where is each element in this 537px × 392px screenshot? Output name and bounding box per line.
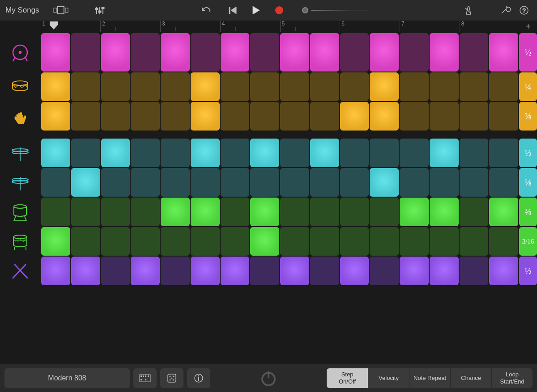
fraction-label[interactable]: ⅜ — [519, 102, 537, 131]
step-cell[interactable] — [400, 227, 429, 256]
settings-button[interactable] — [498, 4, 513, 17]
step-cell[interactable] — [41, 227, 70, 256]
step-cell[interactable] — [310, 257, 339, 285]
step-cell[interactable] — [460, 102, 489, 131]
step-cell[interactable] — [191, 72, 220, 101]
step-cell[interactable] — [221, 102, 250, 131]
step-cell[interactable] — [161, 72, 190, 101]
step-cell[interactable] — [191, 139, 220, 167]
step-cell[interactable] — [400, 102, 429, 131]
step-cell[interactable] — [221, 198, 250, 226]
power-button[interactable] — [255, 365, 282, 392]
step-cell[interactable] — [161, 33, 190, 72]
step-cell[interactable] — [489, 257, 518, 285]
step-cell[interactable] — [161, 139, 190, 167]
step-cell[interactable] — [161, 102, 190, 131]
step-cell[interactable] — [310, 33, 339, 72]
fraction-label[interactable]: ⅛ — [519, 168, 537, 197]
step-cell[interactable] — [400, 72, 429, 101]
step-cell[interactable] — [430, 227, 459, 256]
fraction-label[interactable]: ½ — [519, 139, 537, 167]
randomize-button[interactable] — [160, 368, 183, 388]
step-cell[interactable] — [101, 227, 130, 256]
step-cell[interactable] — [161, 257, 190, 285]
ruler[interactable]: 12345678 — [40, 21, 520, 32]
step-cell[interactable] — [71, 33, 100, 72]
step-cell[interactable] — [489, 139, 518, 167]
step-cell[interactable] — [400, 139, 429, 167]
step-cell[interactable] — [310, 139, 339, 167]
step-cell[interactable] — [310, 227, 339, 256]
step-cell[interactable] — [250, 168, 279, 197]
step-cell[interactable] — [489, 72, 518, 101]
mode-chance[interactable]: Chance — [450, 368, 491, 388]
step-cell[interactable] — [41, 102, 70, 131]
rewind-button[interactable] — [225, 4, 240, 17]
snare-drum-icon[interactable] — [0, 77, 40, 97]
tom-icon[interactable] — [0, 202, 40, 222]
ruler-bar[interactable]: 6 — [340, 21, 400, 32]
step-cell[interactable] — [71, 102, 100, 131]
pattern-button[interactable] — [133, 368, 157, 388]
mixer-button[interactable] — [92, 4, 107, 17]
step-cell[interactable] — [221, 139, 250, 167]
step-cell[interactable] — [310, 102, 339, 131]
clap-icon[interactable] — [0, 106, 40, 126]
step-cell[interactable] — [310, 72, 339, 101]
step-cell[interactable] — [340, 33, 369, 72]
step-cell[interactable] — [370, 139, 399, 167]
info-button[interactable] — [187, 368, 210, 388]
ruler-bar[interactable]: 2 — [100, 21, 160, 32]
step-cell[interactable] — [221, 257, 250, 285]
step-cell[interactable] — [280, 33, 309, 72]
hihat-icon[interactable] — [0, 143, 40, 163]
step-cell[interactable] — [460, 198, 489, 226]
step-cell[interactable] — [250, 102, 279, 131]
step-cell[interactable] — [161, 227, 190, 256]
step-cell[interactable] — [161, 168, 190, 197]
fraction-label[interactable]: ½ — [519, 33, 537, 72]
step-cell[interactable] — [340, 139, 369, 167]
mode-velocity[interactable]: Velocity — [368, 368, 409, 388]
record-button[interactable] — [272, 4, 287, 17]
help-button[interactable]: ? — [516, 4, 532, 17]
step-cell[interactable] — [131, 227, 160, 256]
ruler-bar[interactable]: 5 — [280, 21, 340, 32]
step-cell[interactable] — [101, 198, 130, 226]
step-cell[interactable] — [340, 198, 369, 226]
step-cell[interactable] — [101, 257, 130, 285]
step-cell[interactable] — [71, 72, 100, 101]
step-cell[interactable] — [41, 139, 70, 167]
play-button[interactable] — [248, 4, 264, 17]
step-cell[interactable] — [400, 168, 429, 197]
kick-drum-icon[interactable] — [0, 42, 40, 62]
step-cell[interactable] — [489, 102, 518, 131]
step-cell[interactable] — [430, 102, 459, 131]
step-cell[interactable] — [430, 257, 459, 285]
step-cell[interactable] — [250, 139, 279, 167]
step-cell[interactable] — [250, 33, 279, 72]
step-cell[interactable] — [101, 102, 130, 131]
step-cell[interactable] — [131, 33, 160, 72]
step-cell[interactable] — [250, 257, 279, 285]
step-cell[interactable] — [340, 102, 369, 131]
step-cell[interactable] — [161, 198, 190, 226]
step-cell[interactable] — [340, 227, 369, 256]
step-cell[interactable] — [489, 33, 518, 72]
step-cell[interactable] — [280, 168, 309, 197]
step-cell[interactable] — [460, 168, 489, 197]
step-cell[interactable] — [71, 227, 100, 256]
step-cell[interactable] — [71, 168, 100, 197]
step-cell[interactable] — [41, 198, 70, 226]
step-cell[interactable] — [400, 257, 429, 285]
step-cell[interactable] — [191, 168, 220, 197]
step-cell[interactable] — [71, 257, 100, 285]
step-cell[interactable] — [280, 102, 309, 131]
step-cell[interactable] — [370, 198, 399, 226]
step-cell[interactable] — [101, 72, 130, 101]
step-cell[interactable] — [400, 198, 429, 226]
step-cell[interactable] — [430, 168, 459, 197]
step-cell[interactable] — [460, 139, 489, 167]
step-cell[interactable] — [101, 168, 130, 197]
metronome-button[interactable] — [461, 4, 476, 17]
